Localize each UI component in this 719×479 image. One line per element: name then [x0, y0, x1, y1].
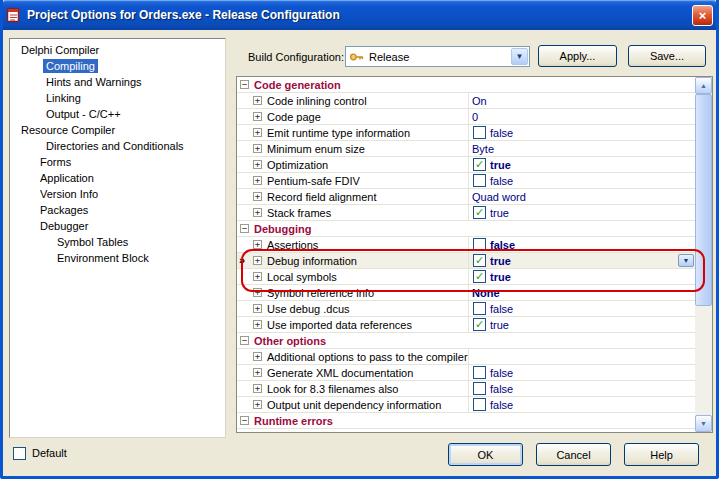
build-config-combobox[interactable]: Release ▼ [345, 46, 530, 67]
tree-item-application[interactable]: Application [10, 170, 225, 186]
value-checkbox[interactable]: ✓ [473, 206, 486, 219]
apply-button[interactable]: Apply... [538, 45, 617, 67]
collapse-icon[interactable]: − [240, 224, 249, 233]
titlebar[interactable]: Project Options for Orders.exe - Release… [0, 0, 719, 30]
property-value-cell[interactable]: ✓true [469, 269, 695, 284]
scroll-up-button[interactable]: ▲ [695, 77, 712, 94]
tree-item-compiling[interactable]: Compiling [10, 58, 225, 74]
tree-item-debugger[interactable]: Debugger [10, 218, 225, 234]
value-checkbox[interactable]: ✓ [473, 254, 486, 267]
category-row-other-options[interactable]: −Other options [237, 333, 695, 349]
property-row-additional-options-to-pass-to-the-compiler[interactable]: +Additional options to pass to the compi… [237, 349, 695, 365]
property-value-cell[interactable]: false [469, 125, 695, 140]
value-dropdown-button[interactable]: ▼ [678, 254, 694, 267]
property-row-symbol-reference-info[interactable]: +Symbol reference infoNone [237, 285, 695, 301]
property-value-cell[interactable]: false [469, 397, 695, 412]
category-row-code-generation[interactable]: −Code generation [237, 77, 695, 93]
property-value-cell[interactable] [469, 349, 695, 364]
property-row-use-imported-data-references[interactable]: +Use imported data references✓true [237, 317, 695, 333]
property-value-cell[interactable]: ✓true [469, 317, 695, 332]
property-row-generate-xml-documentation[interactable]: +Generate XML documentationfalse [237, 365, 695, 381]
value-checkbox[interactable]: ✓ [473, 270, 486, 283]
tree-item-forms[interactable]: Forms [10, 154, 225, 170]
property-row-record-field-alignment[interactable]: +Record field alignmentQuad word [237, 189, 695, 205]
property-row-code-page[interactable]: +Code page0 [237, 109, 695, 125]
collapse-icon[interactable]: − [240, 336, 249, 345]
scroll-down-button[interactable]: ▼ [695, 415, 712, 432]
tree-item-packages[interactable]: Packages [10, 202, 225, 218]
expand-icon[interactable]: + [253, 288, 262, 297]
expand-icon[interactable]: + [253, 240, 262, 249]
tree-item-resource-compiler[interactable]: Resource Compiler [10, 122, 225, 138]
property-row-look-for-8-3-filenames-also[interactable]: +Look for 8.3 filenames alsofalse [237, 381, 695, 397]
vertical-scrollbar[interactable]: ▲ ▼ [695, 77, 712, 432]
tree-item-linking[interactable]: Linking [10, 90, 225, 106]
tree-item-directories-and-conditionals[interactable]: Directories and Conditionals [10, 138, 225, 154]
property-value-cell[interactable]: ✓true [469, 157, 695, 172]
close-button[interactable]: × [692, 5, 713, 26]
expand-icon[interactable]: + [253, 368, 262, 377]
property-row-assertions[interactable]: +Assertionsfalse [237, 237, 695, 253]
property-value-cell[interactable]: 0 [469, 109, 695, 124]
value-checkbox[interactable] [473, 174, 486, 187]
expand-icon[interactable]: + [253, 352, 262, 361]
collapse-icon[interactable]: − [240, 416, 249, 425]
tree-item-output-c-c[interactable]: Output - C/C++ [10, 106, 225, 122]
combo-dropdown-button[interactable]: ▼ [511, 48, 528, 65]
expand-icon[interactable]: + [253, 144, 262, 153]
tree-item-hints-and-warnings[interactable]: Hints and Warnings [10, 74, 225, 90]
tree-item-symbol-tables[interactable]: Symbol Tables [10, 234, 225, 250]
expand-icon[interactable]: + [253, 272, 262, 281]
expand-icon[interactable]: + [253, 400, 262, 409]
property-row-optimization[interactable]: +Optimization✓true [237, 157, 695, 173]
cancel-button[interactable]: Cancel [536, 443, 611, 466]
property-row-local-symbols[interactable]: +Local symbols✓true [237, 269, 695, 285]
expand-icon[interactable]: + [253, 112, 262, 121]
property-value-cell[interactable]: Byte [469, 141, 695, 156]
expand-icon[interactable]: + [253, 192, 262, 201]
expand-icon[interactable]: + [253, 96, 262, 105]
property-value-cell[interactable]: false [469, 365, 695, 380]
default-checkbox[interactable] [13, 447, 26, 460]
property-row-output-unit-dependency-information[interactable]: +Output unit dependency informationfalse [237, 397, 695, 413]
save-button[interactable]: Save... [628, 45, 706, 67]
property-value-cell[interactable]: false [469, 301, 695, 316]
expand-icon[interactable]: + [253, 128, 262, 137]
property-value-cell[interactable]: false [469, 173, 695, 188]
expand-icon[interactable]: + [253, 160, 262, 169]
property-row-emit-runtime-type-information[interactable]: +Emit runtime type informationfalse [237, 125, 695, 141]
scrollbar-thumb[interactable] [695, 94, 712, 306]
property-row-minimum-enum-size[interactable]: +Minimum enum sizeByte [237, 141, 695, 157]
expand-icon[interactable]: + [253, 384, 262, 393]
property-row-code-inlining-control[interactable]: +Code inlining controlOn [237, 93, 695, 109]
property-row-stack-frames[interactable]: +Stack frames✓true [237, 205, 695, 221]
property-row-debug-information[interactable]: »+Debug information✓true▼ [237, 253, 695, 269]
tree-item-delphi-compiler[interactable]: Delphi Compiler [10, 42, 225, 58]
property-value-cell[interactable]: Quad word [469, 189, 695, 204]
expand-icon[interactable]: + [253, 320, 262, 329]
property-value-cell[interactable]: ✓true▼ [469, 253, 695, 268]
value-checkbox[interactable] [473, 302, 486, 315]
value-checkbox[interactable] [473, 382, 486, 395]
property-row-use-debug-dcus[interactable]: +Use debug .dcusfalse [237, 301, 695, 317]
expand-icon[interactable]: + [253, 176, 262, 185]
category-row-runtime-errors[interactable]: −Runtime errors [237, 413, 695, 429]
help-button[interactable]: Help [624, 443, 699, 466]
value-checkbox[interactable] [473, 126, 486, 139]
tree-item-version-info[interactable]: Version Info [10, 186, 225, 202]
ok-button[interactable]: OK [448, 443, 523, 466]
value-checkbox[interactable] [473, 398, 486, 411]
property-row-pentium-safe-fdiv[interactable]: +Pentium-safe FDIVfalse [237, 173, 695, 189]
property-value-cell[interactable]: On [469, 93, 695, 108]
tree-item-environment-block[interactable]: Environment Block [10, 250, 225, 266]
expand-icon[interactable]: + [253, 208, 262, 217]
value-checkbox[interactable] [473, 366, 486, 379]
expand-icon[interactable]: + [253, 256, 262, 265]
property-value-cell[interactable]: None [469, 285, 695, 300]
collapse-icon[interactable]: − [240, 80, 249, 89]
value-checkbox[interactable]: ✓ [473, 318, 486, 331]
property-value-cell[interactable]: false [469, 237, 695, 252]
value-checkbox[interactable]: ✓ [473, 158, 486, 171]
expand-icon[interactable]: + [253, 304, 262, 313]
value-checkbox[interactable] [473, 238, 486, 251]
